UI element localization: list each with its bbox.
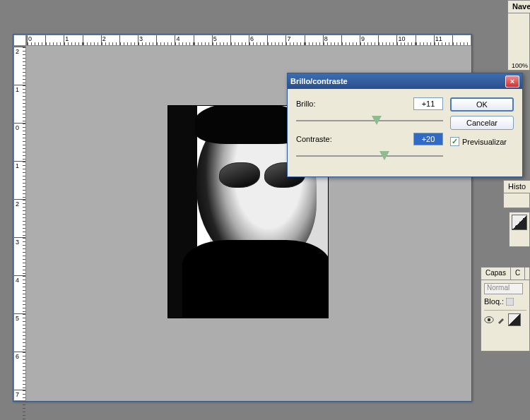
lock-transparent-icon[interactable] bbox=[506, 298, 514, 306]
history-thumbnail bbox=[512, 215, 527, 230]
thumbnail-palette[interactable] bbox=[509, 212, 530, 247]
dialog-title: Brillo/contraste bbox=[290, 77, 505, 85]
layer-row[interactable] bbox=[484, 310, 526, 326]
cancel-button[interactable]: Cancelar bbox=[450, 116, 514, 130]
history-palette[interactable]: Histo bbox=[503, 180, 530, 208]
contrast-label: Contraste: bbox=[296, 135, 413, 143]
channels-tab[interactable]: C bbox=[511, 268, 525, 280]
dialog-close-button[interactable]: × bbox=[505, 76, 519, 88]
contrast-slider[interactable] bbox=[296, 150, 443, 162]
contrast-input[interactable] bbox=[413, 133, 443, 145]
vertical-ruler[interactable]: 21012345678910 bbox=[13, 46, 26, 401]
navigator-palette[interactable]: Nave 100% bbox=[507, 0, 530, 71]
preview-checkbox[interactable]: ✓ bbox=[450, 137, 459, 146]
svg-rect-3 bbox=[506, 298, 514, 306]
svg-point-5 bbox=[488, 318, 490, 321]
navigator-tab[interactable]: Nave bbox=[508, 1, 530, 13]
visibility-icon[interactable] bbox=[484, 316, 494, 324]
dialog-titlebar[interactable]: Brillo/contraste × bbox=[288, 73, 522, 89]
brush-icon[interactable] bbox=[497, 316, 505, 324]
brightness-input[interactable] bbox=[413, 97, 443, 110]
contrast-slider-thumb[interactable] bbox=[379, 151, 389, 160]
blend-mode-select[interactable]: Normal bbox=[484, 283, 523, 294]
layers-palette[interactable]: Capas C Normal Bloq.: bbox=[481, 267, 530, 352]
brightness-slider-thumb[interactable] bbox=[372, 116, 382, 125]
history-tab[interactable]: Histo bbox=[504, 181, 530, 193]
brightness-contrast-dialog: Brillo/contraste × Brillo: Contraste: bbox=[287, 73, 523, 177]
brightness-label: Brillo: bbox=[296, 100, 413, 108]
ruler-origin[interactable] bbox=[13, 35, 26, 46]
lock-label: Bloq.: bbox=[484, 297, 504, 306]
zoom-level: 100% bbox=[512, 62, 528, 69]
horizontal-ruler[interactable]: 01234567891011 bbox=[26, 35, 471, 46]
preview-label: Previsualizar bbox=[462, 138, 507, 146]
brightness-slider[interactable] bbox=[296, 114, 443, 127]
layers-tab[interactable]: Capas bbox=[481, 268, 511, 280]
layer-thumbnail[interactable] bbox=[508, 313, 521, 326]
ok-button[interactable]: OK bbox=[450, 97, 514, 112]
